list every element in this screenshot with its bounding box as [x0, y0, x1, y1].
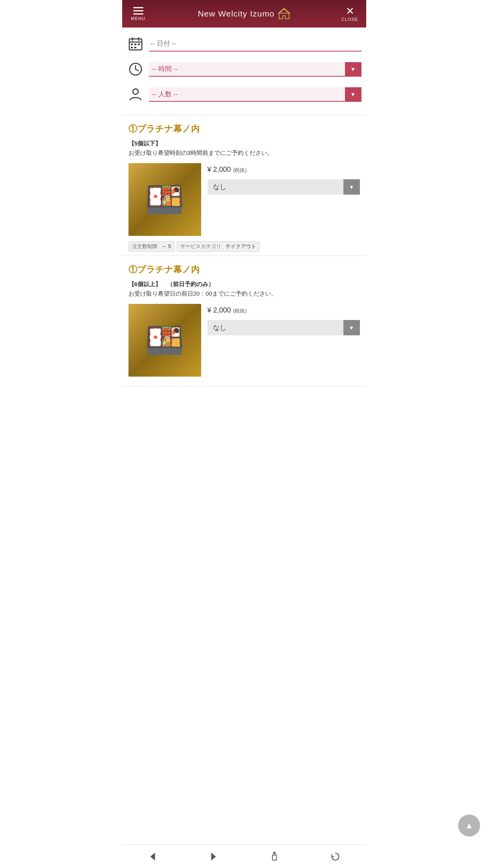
hamburger-icon — [133, 7, 143, 15]
svg-line-13 — [136, 69, 138, 71]
svg-marker-0 — [279, 9, 289, 19]
close-icon: ✕ — [346, 6, 354, 16]
tag-service-category: サービスカテゴリ テイクアウト — [177, 241, 260, 252]
menu-item-2-qty-arrow[interactable] — [343, 320, 360, 335]
people-select-wrap: -- 人数 -- — [149, 87, 361, 102]
person-icon — [127, 86, 144, 103]
app-title: New Welcity Izumo — [198, 9, 274, 18]
menu-item-1-right: ¥ 2,000 (税抜) なし — [207, 163, 360, 195]
time-dropdown-arrow[interactable] — [345, 62, 361, 77]
date-input-wrap — [149, 37, 361, 51]
menu-item-1-title: ①プラチナ幕ノ内 — [128, 123, 360, 135]
menu-item-2-condition: 【6個以上】 （前日予約のみ） — [128, 281, 214, 287]
menu-item-2-qty-select[interactable]: なし — [207, 320, 360, 335]
svg-rect-10 — [134, 47, 136, 48]
menu-item-2-tax: (税抜) — [233, 308, 247, 314]
svg-rect-8 — [138, 44, 140, 45]
menu-item-1-price: ¥ 2,000 (税抜) — [207, 165, 360, 174]
time-row: -- 時間 -- — [122, 57, 366, 82]
food-illustration-2 — [128, 304, 201, 377]
svg-rect-6 — [131, 44, 133, 45]
menu-item-1-qty-arrow[interactable] — [343, 179, 360, 195]
people-select[interactable]: -- 人数 -- — [149, 87, 361, 102]
menu-item-1-content: ¥ 2,000 (税抜) なし — [128, 163, 360, 236]
menu-item-2-price: ¥ 2,000 (税抜) — [207, 305, 360, 314]
menu-item-2-price-value: ¥ 2,000 — [207, 306, 231, 314]
menu-item-1: ①プラチナ幕ノ内 【5個以下】 お受け取り希望時刻の3時間前までにご予約ください… — [122, 115, 366, 256]
menu-item-2-qty-wrap: なし — [207, 320, 360, 335]
menu-item-1-image — [128, 163, 201, 236]
close-label: CLOSE — [341, 17, 358, 22]
menu-item-2-image — [128, 304, 201, 377]
menu-item-2-right: ¥ 2,000 (税抜) なし — [207, 304, 360, 335]
time-select[interactable]: -- 時間 -- — [149, 62, 361, 77]
menu-item-1-qty-select[interactable]: なし — [207, 179, 360, 195]
menu-item-2-desc: 【6個以上】 （前日予約のみ） お受け取り希望日の前日20：00までにご予約くだ… — [128, 280, 360, 298]
close-button[interactable]: ✕ CLOSE — [340, 6, 360, 22]
svg-rect-7 — [134, 44, 136, 45]
menu-item-1-description: お受け取り希望時刻の3時間前までにご予約ください。 — [128, 149, 273, 156]
menu-item-1-qty-wrap: なし — [207, 179, 360, 195]
house-icon — [278, 7, 290, 20]
food-illustration-1 — [128, 163, 201, 236]
menu-item-1-tags: 注文数制限 ～ 5 サービスカテゴリ テイクアウト — [128, 241, 360, 252]
time-select-wrap: -- 時間 -- — [149, 62, 361, 77]
tag-order-limit: 注文数制限 ～ 5 — [128, 241, 175, 252]
people-dropdown-arrow[interactable] — [345, 87, 361, 102]
svg-rect-9 — [131, 47, 133, 48]
menu-label: MENU — [131, 16, 145, 21]
menu-button[interactable]: MENU — [128, 7, 148, 21]
menu-item-1-tax: (税抜) — [233, 167, 247, 173]
menu-item-2: ①プラチナ幕ノ内 【6個以上】 （前日予約のみ） お受け取り希望日の前日20：0… — [122, 256, 366, 386]
app-title-wrap: New Welcity Izumo — [198, 7, 290, 20]
date-input[interactable] — [149, 37, 361, 51]
menu-item-1-desc: 【5個以下】 お受け取り希望時刻の3時間前までにご予約ください。 — [128, 139, 360, 158]
booking-form: -- 時間 -- -- 人数 -- — [122, 28, 366, 115]
date-row — [122, 31, 366, 57]
menu-item-2-description: お受け取り希望日の前日20：00までにご予約ください。 — [128, 290, 277, 297]
menu-item-2-title: ①プラチナ幕ノ内 — [128, 264, 360, 276]
menu-item-2-content: ¥ 2,000 (税抜) なし — [128, 304, 360, 377]
header: MENU New Welcity Izumo ✕ CLOSE — [122, 0, 366, 28]
calendar-icon — [127, 35, 144, 53]
menu-item-1-condition: 【5個以下】 — [128, 140, 161, 147]
menu-item-1-price-value: ¥ 2,000 — [207, 166, 231, 173]
clock-icon — [127, 61, 144, 78]
svg-point-14 — [133, 89, 138, 94]
people-row: -- 人数 -- — [122, 82, 366, 107]
